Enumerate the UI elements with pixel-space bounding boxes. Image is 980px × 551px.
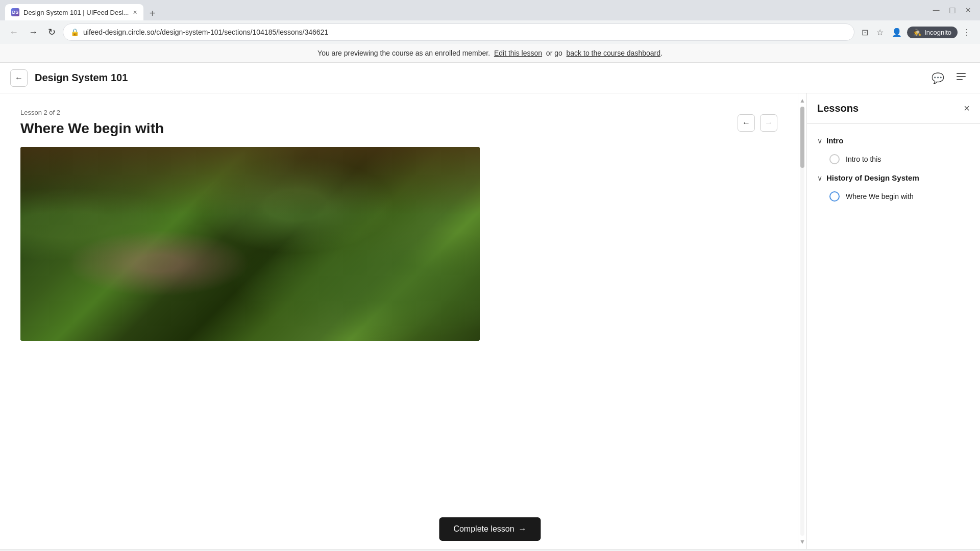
- comment-icon: 💬: [932, 72, 944, 84]
- lesson-completion-radio[interactable]: [829, 154, 840, 164]
- comments-button[interactable]: 💬: [928, 68, 947, 88]
- app-header: ← Design System 101 💬: [0, 63, 980, 93]
- intro-section-header[interactable]: ∨ Intro: [807, 132, 980, 149]
- complete-lesson-label: Complete lesson: [453, 524, 514, 534]
- browser-toolbar: ← → ↻ 🔒 uifeed-design.circle.so/c/design…: [0, 20, 980, 44]
- lesson-title: Where We begin with: [20, 120, 164, 137]
- browser-tabs: DS Design System 101 | UIFeed Desi... × …: [5, 0, 160, 20]
- intro-section-title: Intro: [826, 136, 843, 145]
- lesson-info: Lesson 2 of 2 Where We begin with: [20, 109, 164, 137]
- address-bar[interactable]: 🔒 uifeed-design.circle.so/c/design-syste…: [63, 23, 854, 41]
- prev-lesson-button[interactable]: ←: [738, 114, 755, 132]
- next-lesson-button[interactable]: →: [760, 114, 777, 132]
- course-title: Design System 101: [35, 72, 928, 84]
- svg-rect-2: [957, 79, 963, 80]
- scroll-down-arrow[interactable]: ▼: [799, 537, 805, 547]
- sidebar-header: Lessons ×: [807, 93, 980, 124]
- incognito-label: Incognito: [924, 29, 951, 36]
- back-to-courses-button[interactable]: ←: [10, 69, 28, 87]
- tab-favicon: DS: [11, 8, 19, 16]
- url-text: uifeed-design.circle.so/c/design-system-…: [83, 28, 847, 36]
- prev-arrow-icon: ←: [742, 118, 750, 128]
- header-icons: 💬: [928, 68, 970, 88]
- course-dashboard-link[interactable]: back to the course dashboard: [567, 49, 660, 57]
- browser-chrome: DS Design System 101 | UIFeed Desi... × …: [0, 0, 980, 44]
- lesson-item-title: Intro to this: [846, 155, 881, 163]
- preview-text-middle: or go: [546, 49, 562, 57]
- incognito-icon: 🕵: [913, 29, 921, 36]
- browser-title-bar: DS Design System 101 | UIFeed Desi... × …: [0, 0, 980, 20]
- history-section-header[interactable]: ∨ History of Design System: [807, 169, 980, 186]
- scrollbar-thumb[interactable]: [800, 107, 804, 168]
- preview-text-after: .: [660, 49, 663, 57]
- edit-lesson-link[interactable]: Edit this lesson: [494, 49, 542, 57]
- preview-text-before: You are previewing the course as an enro…: [317, 49, 490, 57]
- sidebar-content: ∨ Intro Intro to this ∨ History of Desig…: [807, 124, 980, 549]
- complete-lesson-arrow: →: [519, 524, 527, 534]
- lesson-active-radio[interactable]: [829, 191, 840, 202]
- scrollbar-track: [800, 107, 804, 536]
- forward-icon: →: [29, 27, 38, 38]
- complete-lesson-bar: Complete lesson →: [439, 507, 541, 551]
- tab-title: Design System 101 | UIFeed Desi...: [23, 9, 129, 16]
- scroll-up-arrow[interactable]: ▲: [799, 95, 805, 106]
- lesson-item-where-we-begin[interactable]: Where We begin with: [807, 186, 980, 207]
- history-section-title: History of Design System: [826, 173, 919, 182]
- next-arrow-icon: →: [765, 118, 773, 128]
- curriculum-icon: [955, 73, 967, 84]
- bookmark-button[interactable]: ☆: [873, 24, 887, 40]
- minimize-button[interactable]: ─: [929, 3, 944, 18]
- profile-button[interactable]: 👤: [889, 24, 905, 40]
- lesson-nav-arrows: ← →: [738, 114, 777, 132]
- lesson-item-title-active: Where We begin with: [846, 192, 914, 201]
- svg-rect-0: [957, 73, 966, 74]
- forward-button[interactable]: →: [26, 24, 41, 41]
- close-window-button[interactable]: ×: [961, 3, 975, 18]
- complete-lesson-button[interactable]: Complete lesson →: [439, 517, 541, 541]
- lesson-item-intro-to-ds[interactable]: Intro to this: [807, 149, 980, 169]
- main-content: Lesson 2 of 2 Where We begin with ← →: [0, 93, 798, 549]
- refresh-button[interactable]: ↻: [45, 23, 59, 41]
- new-tab-button[interactable]: +: [145, 6, 160, 20]
- active-tab[interactable]: DS Design System 101 | UIFeed Desi... ×: [5, 4, 143, 20]
- intro-chevron-icon: ∨: [817, 137, 822, 145]
- more-options-button[interactable]: ⋮: [960, 24, 974, 40]
- window-controls: ─ □ ×: [929, 3, 975, 18]
- video-thumbnail: [20, 147, 480, 341]
- back-button[interactable]: ←: [6, 24, 21, 41]
- maximize-button[interactable]: □: [946, 3, 960, 18]
- back-icon: ←: [9, 27, 18, 38]
- main-scrollbar[interactable]: ▲ ▼: [798, 93, 806, 549]
- lessons-sidebar: Lessons × ∨ Intro Intro to this ∨ Histor…: [806, 93, 980, 549]
- security-icon: 🔒: [70, 28, 79, 36]
- cast-button[interactable]: ⊡: [859, 24, 871, 40]
- app-container: ← Design System 101 💬: [0, 63, 980, 549]
- incognito-button[interactable]: 🕵 Incognito: [907, 27, 958, 38]
- app-body: Lesson 2 of 2 Where We begin with ← →: [0, 93, 980, 549]
- preview-banner: You are previewing the course as an enro…: [0, 44, 980, 63]
- lesson-meta: Lesson 2 of 2: [20, 109, 164, 116]
- lesson-video[interactable]: [20, 147, 480, 341]
- toolbar-icons: ⊡ ☆ 👤 🕵 Incognito ⋮: [859, 24, 974, 40]
- svg-rect-1: [957, 76, 966, 77]
- close-sidebar-button[interactable]: ×: [964, 103, 970, 114]
- refresh-icon: ↻: [48, 27, 56, 38]
- back-arrow-icon: ←: [15, 73, 23, 83]
- tab-close-button[interactable]: ×: [133, 8, 137, 16]
- history-chevron-icon: ∨: [817, 174, 822, 182]
- sidebar-title: Lessons: [817, 103, 859, 114]
- lesson-navigation: Lesson 2 of 2 Where We begin with ← →: [20, 109, 777, 137]
- curriculum-button[interactable]: [952, 68, 970, 88]
